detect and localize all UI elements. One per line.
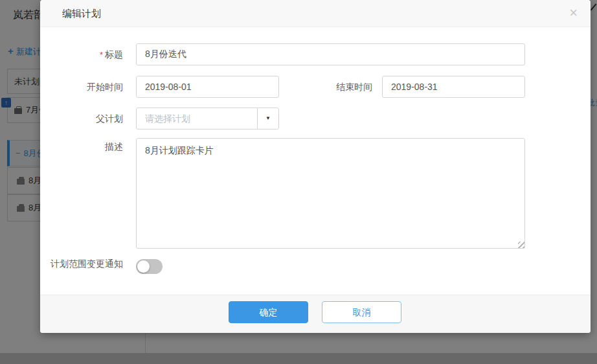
start-time-label: 开始时间	[40, 76, 123, 98]
description-label: 描述	[40, 140, 123, 153]
confirm-button[interactable]: 确定	[229, 301, 308, 323]
app-root: 岚若部门 +新建计划 未计划的卡片 ↑ 7月份迭代 − 8月份迭代 8月 8月 …	[0, 0, 597, 364]
modal-footer: 确定 取消	[40, 295, 591, 333]
parent-plan-select[interactable]: 请选择计划	[136, 108, 258, 130]
scope-change-notify-toggle[interactable]	[136, 259, 163, 274]
toggle-knob	[137, 260, 150, 273]
end-time-label: 结束时间	[289, 76, 372, 98]
edit-plan-modal: 编辑计划 × *标题 开始时间 结束时间 父计划 请选择计划 ▼ 描述 8月计划…	[40, 0, 591, 333]
title-input[interactable]	[136, 43, 525, 65]
description-textarea[interactable]: 8月计划跟踪卡片	[136, 138, 525, 249]
title-field-label: *标题	[40, 43, 123, 65]
modal-header: 编辑计划 ×	[40, 0, 591, 27]
scope-change-notify-label: 计划范围变更通知	[40, 256, 123, 271]
close-icon[interactable]: ×	[569, 0, 578, 26]
required-asterisk: *	[100, 50, 103, 60]
parent-plan-placeholder: 请选择计划	[145, 113, 190, 124]
end-time-input[interactable]	[382, 76, 525, 98]
chevron-down-icon: ▼	[265, 115, 271, 121]
modal-title: 编辑计划	[62, 0, 101, 27]
start-time-input[interactable]	[136, 76, 279, 98]
parent-plan-label: 父计划	[40, 108, 123, 130]
parent-plan-dropdown-button[interactable]: ▼	[257, 108, 279, 130]
cancel-button[interactable]: 取消	[322, 301, 401, 323]
